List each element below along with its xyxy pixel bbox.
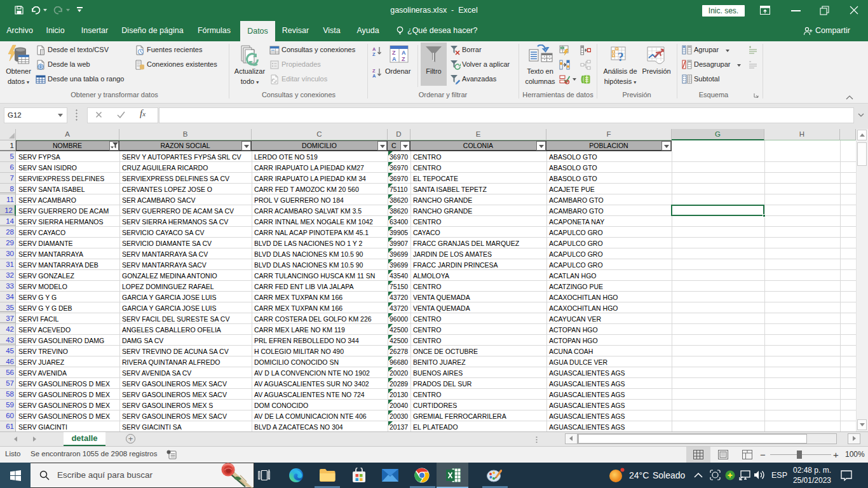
svg-text:Z: Z bbox=[372, 51, 376, 56]
svg-text:Z: Z bbox=[392, 50, 396, 56]
svg-text:A: A bbox=[372, 73, 376, 78]
svg-text:Z: Z bbox=[402, 56, 405, 62]
svg-text:A: A bbox=[402, 50, 406, 56]
svg-text:?: ? bbox=[618, 50, 624, 64]
svg-text:A: A bbox=[392, 56, 397, 62]
